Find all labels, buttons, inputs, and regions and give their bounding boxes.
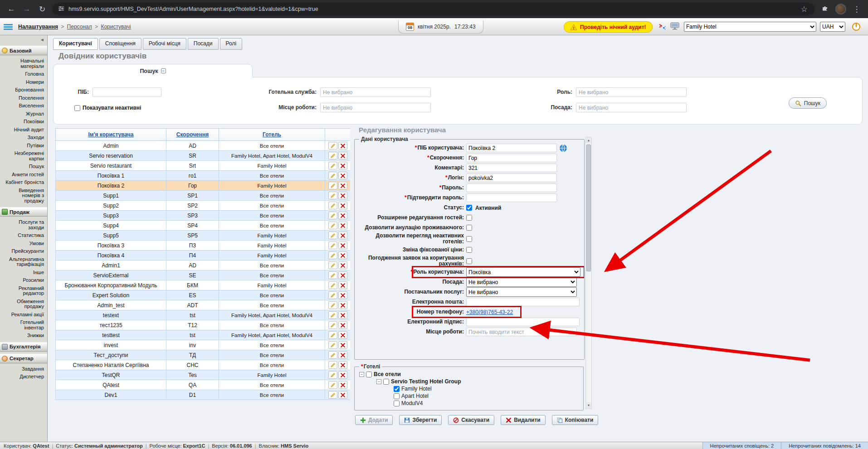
cell-username[interactable]: TestQR [56,370,166,380]
confirm-password-field[interactable] [466,193,557,202]
tab-Сповіщення[interactable]: Сповіщення [99,38,141,50]
edit-row-button[interactable] [328,222,337,229]
table-row[interactable]: Покоївка 3П3Family Hotel [56,241,351,251]
sidebar-item[interactable]: Покоївки [0,118,47,126]
show-inactive-option[interactable]: Показувати неактивні [74,105,141,111]
edit-row-button[interactable] [328,202,337,209]
comments-field[interactable] [466,164,557,172]
cell-username[interactable]: Supp2 [56,201,166,211]
cell-username[interactable]: Admin1 [56,261,166,270]
table-row[interactable]: Supp4SP4Все отели [56,221,351,231]
delete-row-button[interactable] [338,311,347,319]
table-row[interactable]: Supp1SP1Все отели [56,191,351,201]
currency-select[interactable]: UAH [820,22,845,32]
back-button[interactable]: ← [6,5,16,14]
sidebar-item[interactable]: Виселення [0,102,47,110]
sidebar-group-Продаж[interactable]: Продаж [0,207,47,217]
edit-row-button[interactable] [328,341,337,349]
sidebar-item[interactable]: Рекламні акції [0,311,47,319]
cell-username[interactable]: Admin [56,141,166,151]
edit-row-button[interactable] [328,271,337,279]
sidebar-item[interactable]: Обмеження продажу [0,298,47,311]
sidebar-item[interactable]: Анкети гостей [0,171,47,179]
show-inactive-checkbox[interactable] [74,105,80,111]
table-row[interactable]: Admin_testADTВсе отели [56,300,351,310]
cell-username[interactable]: Supp1 [56,191,166,201]
column-username[interactable]: Ім'я користувача [56,129,166,141]
delete-row-button[interactable] [338,251,347,259]
sidebar-item[interactable]: Прейскуранти [0,247,47,256]
Копіювати-button[interactable]: Копіювати [552,415,599,425]
hotel-select[interactable]: Family Hotel [684,22,816,32]
cell-username[interactable]: Supp4 [56,221,166,231]
sidebar-item[interactable]: Статистика [0,232,47,240]
scroll-up-icon[interactable]: ▲ [586,137,591,143]
site-info-icon[interactable] [58,5,64,13]
sidebar-item[interactable]: Поселення [0,94,47,102]
edit-row-button[interactable] [328,281,337,289]
hamburger-menu-icon[interactable] [4,23,13,31]
sidebar-item[interactable]: Умови [0,240,47,248]
edit-row-button[interactable] [328,371,337,379]
delete-row-button[interactable] [338,192,347,199]
browser-menu-icon[interactable]: ⋮ [852,5,862,14]
edit-row-button[interactable] [328,381,337,389]
position-select[interactable]: Не вибрано [466,277,577,287]
tab-Посади[interactable]: Посади [188,38,219,50]
logout-power-icon[interactable] [852,22,861,33]
statusbar-badge[interactable]: Непрочитаних сповіщень: 2 [702,442,781,449]
delete-row-button[interactable] [338,142,347,150]
filter-pib-input[interactable] [93,87,161,97]
delete-row-button[interactable] [338,182,347,189]
delete-row-button[interactable] [338,351,347,359]
sidebar-item[interactable]: Рекламний редактор [0,285,47,298]
sidebar-item[interactable]: Навчальні матеріали [0,57,47,70]
bookmark-star-icon[interactable]: ☆ [799,5,809,14]
cell-username[interactable]: Покоївка 4 [56,251,166,261]
sidebar-item[interactable]: Виведення номерів з продажу [0,187,47,205]
edit-row-button[interactable] [328,172,337,179]
edit-row-button[interactable] [328,351,337,359]
cell-username[interactable]: Покоївка 3 [56,241,166,251]
cell-username[interactable]: Servio reservation [56,151,166,161]
table-row[interactable]: investinvВсе отели [56,340,351,350]
table-row[interactable]: Покоївка 2ГорFamily Hotel [56,181,351,191]
delete-row-button[interactable] [338,241,347,249]
fixed-price-change-checkbox[interactable] [466,247,472,253]
reload-button[interactable]: ↻ [37,5,47,14]
edit-row-button[interactable] [328,142,337,150]
abbreviation-field[interactable] [466,154,557,162]
tab-Користувачі[interactable]: Користувачі [53,38,98,50]
sidebar-item[interactable]: Диспетчер [0,373,47,381]
extended-guest-edit-checkbox[interactable] [466,215,472,221]
profile-avatar[interactable] [835,4,846,14]
workstation-monitor-icon[interactable] [670,22,679,32]
cell-username[interactable]: testext [56,310,166,320]
cell-username[interactable]: Supp3 [56,211,166,221]
login-field[interactable] [466,174,557,182]
table-row[interactable]: Покоївка 4П4Family Hotel [56,251,351,261]
table-row[interactable]: Servio restaurantSrtFamily Hotel [56,161,351,171]
invoice-adjustment-approval-checkbox[interactable] [466,258,472,264]
delete-row-button[interactable] [338,391,347,399]
sidebar-item[interactable]: Готельний інвентар [0,319,47,332]
edit-row-button[interactable] [328,212,337,219]
edit-row-button[interactable] [328,241,337,249]
table-row[interactable]: Supp3SP3Все отели [56,211,351,221]
delete-row-button[interactable] [338,232,347,239]
edit-row-button[interactable] [328,331,337,339]
sidebar-item[interactable]: Журнал [0,110,47,118]
delete-row-button[interactable] [338,321,347,329]
edit-row-button[interactable] [328,192,337,199]
sidebar-item[interactable]: Бронювання [0,86,47,94]
tree-expander-icon[interactable]: − [376,379,381,384]
email-field[interactable] [466,298,580,306]
Зберегти-button[interactable]: Зберегти [399,415,442,425]
sidebar-item[interactable]: Знижки [0,332,47,340]
service-provider-select[interactable]: Не вибрано [466,287,577,297]
active-checkbox[interactable] [466,205,472,211]
phone-link[interactable]: +380(98)765-43-22 [466,309,513,315]
delete-row-button[interactable] [338,152,347,159]
edit-row-button[interactable] [328,251,337,259]
edit-row-button[interactable] [328,311,337,319]
